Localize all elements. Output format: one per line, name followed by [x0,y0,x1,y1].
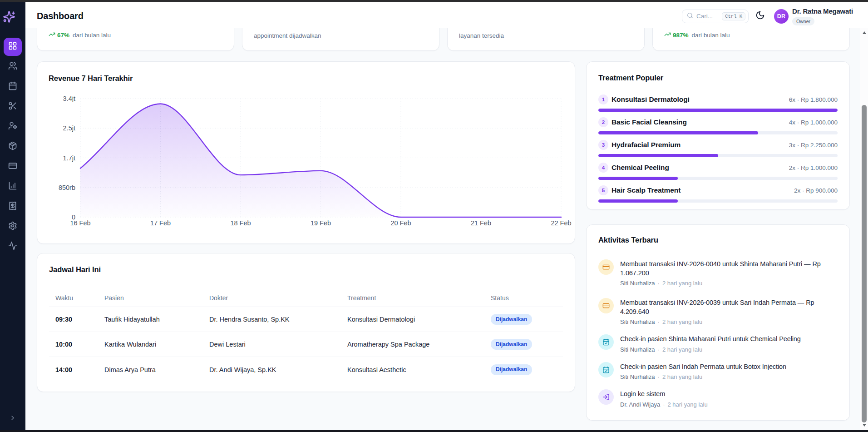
avatar[interactable]: DR [774,9,789,24]
treatment-meta: 6x · Rp 1.800.000 [789,96,838,103]
stat-trend-value: 67% [57,32,69,39]
sidebar-item-staff[interactable] [4,118,22,136]
users-icon [8,61,17,72]
sidebar-item-settings[interactable] [4,218,22,236]
cell-time: 09:30 [55,316,104,323]
activity-user: Siti Nurhaliza [620,346,655,353]
content-columns: 0850rb1.7jt2.5jt3.4jt16 Feb17 Feb18 Feb1… [37,61,850,421]
sidebar-nav [4,38,22,256]
trending-up-icon [49,31,57,40]
svg-text:22 Feb: 22 Feb [551,219,571,227]
stat-card-revenue: 67% dari bulan lalu [37,28,234,51]
treatment-name: Chemical Peeling [612,164,669,172]
stat-label: dari bulan lalu [692,32,730,39]
activity-item: Login ke sistem Dr. Andi Wijaya·2 hari y… [598,390,838,408]
activity-title: Check-in pasien Shinta Maharani Putri un… [620,335,801,344]
calendar-icon [8,81,17,92]
user-meta: Dr. Ratna Megawati Owner [792,7,853,25]
trending-up-icon [664,31,673,40]
activity-text: Membuat transaksi INV-2026-0039 untuk Sa… [620,298,838,326]
page-title: Dashboard [37,11,84,21]
treatment-bar-track [598,131,838,134]
separator-dot: · [658,346,660,353]
receipt-icon [8,201,17,212]
svg-text:17 Feb: 17 Feb [150,219,171,227]
status-badge: Dijadwalkan [491,339,532,350]
rank-badge: 2 [598,117,608,127]
treatment-bar-track [598,109,838,112]
scrollbar-down-arrow[interactable] [860,422,868,429]
sidebar-item-appointments[interactable] [4,78,22,96]
user-menu[interactable]: DR Dr. Ratna Megawati Owner [774,7,853,25]
recent-activities-card: Aktivitas Terbaru Membuat transaksi INV-… [586,224,850,421]
separator-dot: · [658,280,660,287]
sidebar-item-payments[interactable] [4,158,22,176]
sidebar-item-patients[interactable] [4,58,22,76]
activity-time: 2 hari yang lalu [662,373,702,380]
sidebar-item-inventory[interactable] [4,138,22,156]
popular-treatments-card: Treatment Populer 1 Konsultasi Dermatolo… [586,61,850,210]
status-badge: Dijadwalkan [491,314,532,325]
activity-title: Login ke sistem [620,390,708,399]
activity-icon [8,241,17,252]
cell-patient: Taufik Hidayatullah [104,316,209,323]
treatment-bar-fill [598,199,678,203]
treatment-item-header: 4 Chemical Peeling 2x · Rp 1.000.000 [598,163,838,173]
revenue-chart-card: 0850rb1.7jt2.5jt3.4jt16 Feb17 Feb18 Feb1… [37,61,575,244]
treatment-item: 2 Basic Facial Cleansing 4x · Rp 1.000.0… [598,117,838,134]
table-row[interactable]: 10:00 Kartika Wulandari Dewi Lestari Aro… [49,332,563,357]
column-header-treatment: Treatment [347,294,491,302]
svg-text:19 Feb: 19 Feb [311,219,331,227]
search-input[interactable]: Cari... Ctrl K [682,10,749,23]
chevron-right-icon [9,414,16,423]
treatment-bar-fill [598,177,678,180]
activity-time: 2 hari yang lalu [662,318,702,325]
search-icon [687,12,693,20]
header-actions: Cari... Ctrl K DR Dr. Ratna Megawati Own… [682,7,853,25]
rank-badge: 3 [598,140,608,150]
activity-title: Membuat transaksi INV-2026-0039 untuk Sa… [620,298,838,316]
stat-trend-line: 987% dari bulan lalu [664,31,838,40]
package-icon [8,141,17,152]
activity-item: Check-in pasien Sari Indah Permata untuk… [598,362,838,381]
rank-badge: 5 [598,185,608,195]
sidebar-item-treatments[interactable] [4,98,22,116]
rank-badge: 1 [598,94,608,104]
scrollbar-thumb[interactable] [862,105,867,422]
cell-doctor: Dr. Hendra Susanto, Sp.KK [209,316,347,323]
treatment-name: Hair Scalp Treatment [612,186,681,194]
rank-badge: 4 [598,163,608,173]
sidebar-item-invoices[interactable] [4,198,22,216]
sidebar-item-dashboard[interactable] [4,38,22,56]
vertical-scrollbar[interactable] [860,28,868,430]
theme-toggle-button[interactable] [754,10,766,22]
sidebar-collapse-button[interactable] [6,412,19,425]
revenue-chart-title: Revenue 7 Hari Terakhir [49,74,133,83]
activity-text: Check-in pasien Sari Indah Permata untuk… [620,362,786,381]
treatment-meta: 4x · Rp 1.000.000 [789,119,838,126]
table-row[interactable]: 09:30 Taufik Hidayatullah Dr. Hendra Sus… [49,307,563,332]
sidebar-item-activity[interactable] [4,238,22,256]
activity-meta: Siti Nurhaliza·2 hari yang lalu [620,373,786,381]
activity-user: Siti Nurhaliza [620,318,655,325]
table-row[interactable]: 14:00 Dimas Arya Putra Dr. Andi Wijaya, … [49,357,563,382]
stat-label: layanan tersedia [459,32,504,40]
svg-text:1.7jt: 1.7jt [63,154,75,162]
treatment-bar-fill [598,154,718,157]
sidebar-item-reports[interactable] [4,178,22,196]
activity-meta: Siti Nurhaliza·2 hari yang lalu [620,346,801,353]
column-header-waktu: Waktu [55,294,104,302]
cell-time: 10:00 [55,341,104,348]
activity-text: Membuat transaksi INV-2026-0040 untuk Sh… [620,260,838,287]
treatment-bar-track [598,199,838,203]
svg-text:16 Feb: 16 Feb [70,219,90,227]
treatment-item: 4 Chemical Peeling 2x · Rp 1.000.000 [598,163,838,180]
svg-text:21 Feb: 21 Feb [471,219,491,227]
cell-doctor: Dewi Lestari [209,341,347,348]
scrollbar-up-arrow[interactable] [860,29,868,36]
down-triangle-icon [863,424,866,427]
bar-chart-icon [8,181,17,192]
stat-cards-row: 67% dari bulan lalu appointment dijadwal… [37,28,850,51]
svg-text:18 Feb: 18 Feb [230,219,251,227]
activity-title: Check-in pasien Sari Indah Permata untuk… [620,362,786,372]
